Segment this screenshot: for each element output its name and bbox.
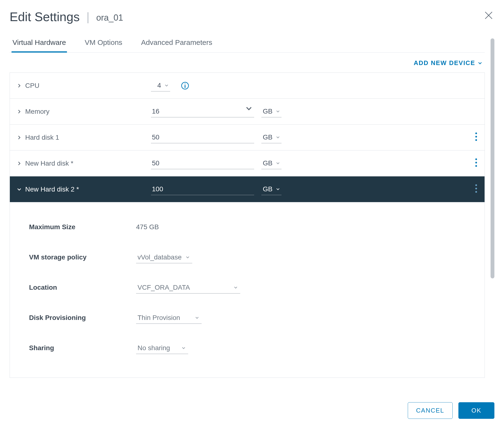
row-hard-disk-1[interactable]: Hard disk 1 GB: [10, 125, 485, 150]
chevron-down-icon: [17, 187, 22, 192]
storage-policy-label: VM storage policy: [17, 253, 136, 261]
chevron-down-icon: [164, 83, 169, 88]
tab-advanced-parameters[interactable]: Advanced Parameters: [140, 36, 213, 52]
cpu-select[interactable]: 4: [151, 80, 170, 92]
svg-point-9: [476, 162, 477, 163]
kebab-icon: [475, 184, 477, 193]
storage-policy-select[interactable]: vVol_database: [136, 252, 192, 263]
close-icon: [483, 10, 494, 21]
new-hard-disk-size-input[interactable]: [151, 157, 254, 169]
new-hard-disk-label: New Hard disk *: [25, 160, 73, 167]
chevron-down-icon: [195, 316, 199, 320]
svg-point-3: [185, 84, 185, 85]
new-hard-disk-actions-button[interactable]: [473, 156, 479, 171]
chevron-down-icon: [276, 109, 280, 114]
new-hard-disk-2-actions-button[interactable]: [473, 182, 479, 197]
max-size-value: 475 GB: [136, 223, 159, 231]
chevron-down-icon: [234, 285, 238, 290]
svg-point-11: [476, 184, 477, 186]
row-new-hard-disk[interactable]: New Hard disk * GB: [10, 150, 485, 176]
detail-provisioning: Disk Provisioning Thin Provision: [17, 303, 478, 333]
svg-point-13: [476, 191, 477, 193]
chevron-right-icon: [17, 109, 22, 114]
new-hard-disk-unit-select[interactable]: GB: [261, 157, 282, 169]
kebab-icon: [475, 132, 477, 141]
svg-point-6: [476, 136, 477, 137]
tabs: Virtual Hardware VM Options Advanced Par…: [10, 36, 485, 53]
provisioning-select[interactable]: Thin Provision: [136, 312, 202, 324]
chevron-right-icon: [17, 135, 22, 140]
hard-disk-1-label: Hard disk 1: [25, 134, 59, 141]
location-label: Location: [17, 284, 136, 291]
tab-virtual-hardware[interactable]: Virtual Hardware: [12, 36, 67, 52]
chevron-down-icon: [276, 135, 280, 139]
chevron-down-icon: [181, 346, 186, 350]
detail-storage-policy: VM storage policy vVol_database: [17, 242, 478, 272]
location-select[interactable]: VCF_ORA_DATA: [136, 282, 240, 293]
close-button[interactable]: [483, 10, 494, 21]
edit-settings-dialog: Edit Settings | ora_01 Virtual Hardware …: [0, 0, 504, 426]
entity-name: ora_01: [96, 13, 123, 23]
new-hard-disk-2-unit-select[interactable]: GB: [261, 183, 282, 195]
chevron-down-icon: [185, 255, 190, 259]
row-new-hard-disk-2[interactable]: New Hard disk 2 * GB: [10, 176, 485, 202]
max-size-label: Maximum Size: [17, 223, 136, 231]
hard-disk-1-size-input[interactable]: [151, 132, 254, 143]
new-hard-disk-2-label: New Hard disk 2 *: [25, 185, 79, 193]
chevron-down-icon: [276, 187, 280, 191]
dialog-footer: CANCEL OK: [408, 402, 494, 419]
add-new-device-button[interactable]: ADD NEW DEVICE: [414, 59, 483, 67]
chevron-down-icon: [276, 161, 280, 165]
scrollbar[interactable]: [490, 38, 494, 278]
memory-label: Memory: [25, 108, 50, 115]
chevron-right-icon: [17, 161, 22, 166]
memory-unit-select[interactable]: GB: [261, 106, 282, 117]
chevron-down-icon: [478, 61, 483, 65]
sharing-select[interactable]: No sharing: [136, 342, 188, 354]
hard-disk-1-unit-select[interactable]: GB: [261, 132, 282, 143]
tab-vm-options[interactable]: VM Options: [84, 36, 123, 52]
svg-point-12: [476, 188, 477, 189]
provisioning-label: Disk Provisioning: [17, 314, 136, 322]
info-icon[interactable]: [181, 81, 189, 90]
title-divider: |: [86, 11, 90, 23]
chevron-right-icon: [17, 83, 22, 88]
ok-button[interactable]: OK: [458, 402, 494, 419]
svg-point-10: [476, 165, 477, 167]
svg-point-8: [476, 158, 477, 160]
chevron-down-icon[interactable]: [245, 105, 253, 112]
kebab-icon: [475, 158, 477, 167]
dialog-title: Edit Settings: [10, 10, 80, 24]
row-memory[interactable]: Memory GB: [10, 99, 485, 125]
detail-maximum-size: Maximum Size 475 GB: [17, 212, 478, 242]
hardware-panel: CPU 4 Memory: [10, 72, 485, 378]
cpu-label: CPU: [25, 82, 39, 90]
memory-input[interactable]: [151, 106, 254, 117]
scroll-region: Virtual Hardware VM Options Advanced Par…: [10, 36, 494, 398]
svg-point-7: [476, 139, 477, 141]
add-new-device-label: ADD NEW DEVICE: [414, 59, 475, 67]
svg-point-5: [476, 133, 477, 134]
new-hard-disk-2-size-input[interactable]: [151, 183, 254, 195]
sharing-label: Sharing: [17, 344, 136, 352]
row-cpu[interactable]: CPU 4: [10, 73, 485, 99]
new-hard-disk-2-details: Maximum Size 475 GB VM storage policy vV…: [10, 202, 485, 378]
svg-rect-4: [185, 85, 185, 88]
cancel-button[interactable]: CANCEL: [408, 402, 453, 419]
dialog-header: Edit Settings | ora_01: [10, 10, 494, 24]
hard-disk-1-actions-button[interactable]: [473, 130, 479, 145]
detail-location: Location VCF_ORA_DATA: [17, 272, 478, 303]
detail-sharing: Sharing No sharing: [17, 333, 478, 363]
